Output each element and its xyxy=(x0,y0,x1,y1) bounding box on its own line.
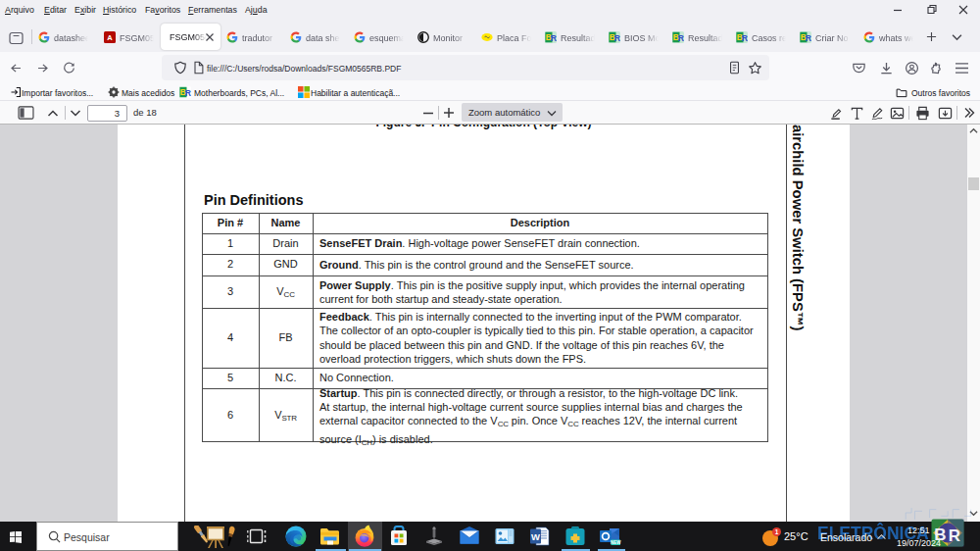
svg-text:R: R xyxy=(185,89,191,98)
svg-text:1: 1 xyxy=(775,528,779,535)
svg-text:A: A xyxy=(107,33,113,42)
svg-text:NEW: NEW xyxy=(611,540,621,545)
svg-text:W: W xyxy=(531,531,540,542)
svg-text:R: R xyxy=(742,34,748,43)
svg-text:R: R xyxy=(949,526,960,545)
svg-text:R: R xyxy=(551,34,557,43)
svg-text:R: R xyxy=(678,34,684,43)
svg-text:R: R xyxy=(806,34,811,43)
svg-text:R: R xyxy=(614,34,620,43)
